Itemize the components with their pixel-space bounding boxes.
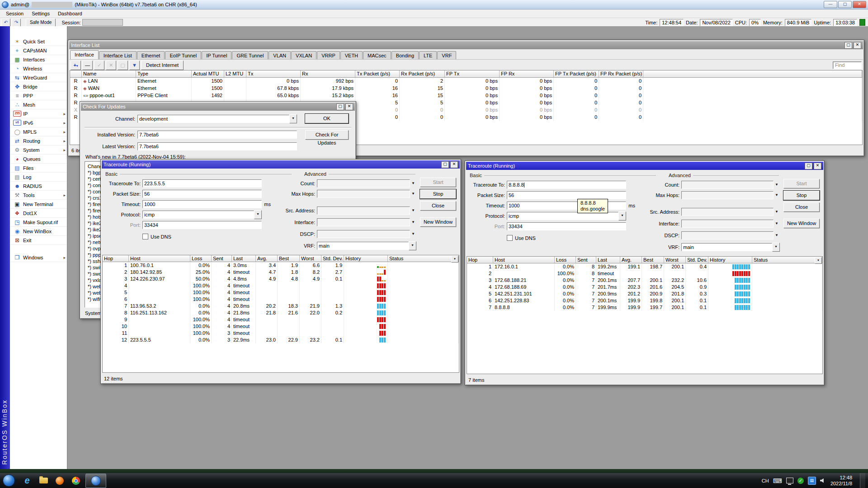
use-dns-checkbox[interactable]: [507, 235, 513, 241]
sidebar-item-capsman[interactable]: ⌖CAPsMAN: [10, 46, 67, 55]
taskbar-winbox-button[interactable]: [85, 474, 106, 488]
channel-select[interactable]: development: [137, 115, 289, 123]
sidebar-item-wireguard[interactable]: ⇆WireGuard: [10, 73, 67, 82]
column-header-fp-rx[interactable]: FP Rx: [500, 70, 554, 78]
sidebar-item-ppp[interactable]: ≡PPP: [10, 91, 67, 100]
traceroute-row[interactable]: 5100.0%4timeout: [103, 289, 459, 296]
traceroute-row[interactable]: 4100.0%4timeout: [103, 282, 459, 289]
traceroute-row[interactable]: 11100.0%3timeout: [103, 330, 459, 337]
traceroute-row[interactable]: 3172.68.188.210.0%7200.1ms207.7200.1232.…: [467, 277, 822, 284]
traceroute-row[interactable]: 1100.76.0.10.0%43.0ms3.41.96.61.9: [103, 262, 459, 269]
timeout-input[interactable]: 1000: [507, 202, 626, 210]
stop-button[interactable]: Stop: [783, 191, 820, 200]
menu-dashboard[interactable]: Dashboard: [54, 10, 86, 17]
dscp-dropdown-icon[interactable]: ▼: [774, 233, 780, 237]
dscp-input[interactable]: [681, 231, 774, 239]
packet-size-input[interactable]: 56: [142, 190, 262, 198]
port-input[interactable]: 33434: [142, 221, 262, 229]
tab-vlan[interactable]: VLAN: [269, 51, 291, 59]
column-header-rx[interactable]: Rx: [301, 70, 355, 78]
disable-button[interactable]: ✕: [106, 61, 116, 70]
sidebar-item-new-terminal[interactable]: ▣New Terminal: [10, 200, 67, 209]
close-button[interactable]: Close: [783, 202, 820, 212]
sidebar-item-mpls[interactable]: ◯MPLS▸: [10, 127, 67, 136]
tab-veth[interactable]: VETH: [340, 51, 363, 59]
ok-button[interactable]: OK: [305, 114, 349, 123]
sidebar-item-quick-set[interactable]: ✶Quick Set: [10, 37, 67, 46]
sidebar-item-radius[interactable]: ☻RADIUS: [10, 182, 67, 191]
column-header-fp-rx-packet-p-s[interactable]: FP Rx Packet (p/s): [599, 70, 643, 78]
close-icon[interactable]: ✕: [854, 42, 861, 49]
column-header-rx-packet-p-s[interactable]: Rx Packet (p/s): [400, 70, 445, 78]
traceroute-row[interactable]: 4172.68.188.690.0%7201.7ms202.3201.6204.…: [467, 284, 822, 291]
column-header-worst[interactable]: Worst: [300, 255, 321, 262]
traceroute-to-input[interactable]: 223.5.5.5: [142, 179, 262, 188]
max-hops-dropdown-icon[interactable]: ▼: [410, 192, 416, 196]
column-header-status[interactable]: Status: [388, 255, 459, 262]
undo-icon[interactable]: ↶: [1, 19, 10, 27]
column-header-loss[interactable]: Loss: [555, 257, 576, 263]
maximize-icon[interactable]: ▢: [844, 42, 852, 49]
use-dns-checkbox[interactable]: [142, 234, 148, 239]
tab-gre-tunnel[interactable]: GRE Tunnel: [232, 51, 268, 59]
taskbar-explorer-icon[interactable]: [35, 473, 52, 488]
check-for-updates-button[interactable]: Check For Updates: [305, 130, 349, 140]
column-header-l2-mtu[interactable]: L2 MTU: [224, 70, 246, 78]
protocol-dropdown-icon[interactable]: ▼: [254, 210, 262, 219]
tab-vxlan[interactable]: VXLAN: [291, 51, 316, 59]
interface-dropdown-icon[interactable]: ▼: [774, 221, 780, 225]
sidebar-item-new-winbox[interactable]: ◉New WinBox: [10, 227, 67, 236]
close-button[interactable]: Close: [420, 201, 456, 211]
count-input[interactable]: [681, 181, 774, 189]
interface-input[interactable]: [681, 220, 774, 228]
column-header-avg[interactable]: Avg.: [620, 257, 642, 263]
traceroute-row[interactable]: 10100.0%4timeout: [103, 323, 459, 330]
tab-vrrp[interactable]: VRRP: [317, 51, 340, 59]
start-button[interactable]: [3, 474, 15, 487]
app-titlebar[interactable]: admin@ (MikroTik) - WinBox (64bit) v7.7b…: [0, 0, 868, 9]
vrf-select[interactable]: main: [681, 243, 772, 251]
safe-mode-button[interactable]: Safe Mode: [26, 19, 56, 27]
count-dropdown-icon[interactable]: ▼: [410, 181, 416, 185]
comment-button[interactable]: ▢: [118, 61, 128, 70]
maximize-icon[interactable]: ▢: [336, 103, 344, 110]
sidebar-item-windows[interactable]: ❐Windows▸: [10, 253, 67, 262]
traceroute-row[interactable]: 2180.142.92.8525.0%4timeout4.71.88.22.7: [103, 269, 459, 276]
column-header-status[interactable]: Status: [752, 257, 822, 263]
sidebar-item-files[interactable]: ▤Files: [10, 164, 67, 173]
vrf-select[interactable]: main: [317, 242, 409, 250]
security-tray-icon[interactable]: ✓: [797, 478, 804, 484]
sidebar-item-mesh[interactable]: ∴Mesh: [10, 100, 67, 109]
tab-lte[interactable]: LTE: [419, 51, 437, 59]
sidebar-item-make-supout-rif[interactable]: ◳Make Supout.rif: [10, 218, 67, 227]
detect-internet-button[interactable]: Detect Internet: [141, 61, 184, 70]
count-input[interactable]: [317, 179, 410, 188]
show-desktop-button[interactable]: [860, 473, 865, 488]
sidebar-item-wireless[interactable]: ◔Wireless: [10, 64, 67, 73]
column-header-actual-mtu[interactable]: Actual MTU: [192, 70, 224, 78]
column-header-worst[interactable]: Worst: [664, 257, 686, 263]
dscp-input[interactable]: [317, 230, 410, 238]
count-dropdown-icon[interactable]: ▼: [774, 183, 780, 187]
column-header-hop[interactable]: Hop: [467, 257, 493, 263]
taskbar-ie-icon[interactable]: e: [19, 473, 35, 488]
header-options-icon[interactable]: ▼: [451, 256, 458, 263]
close-icon[interactable]: ✕: [814, 163, 821, 169]
menu-session[interactable]: Session: [2, 10, 28, 17]
max-hops-input[interactable]: [681, 191, 774, 199]
column-header-last[interactable]: Last: [232, 255, 256, 262]
interface-row[interactable]: R◈WANEthernet150067.8 kbps17.9 kbps16150…: [70, 85, 862, 92]
close-icon[interactable]: ✕: [450, 161, 458, 168]
tab-ethernet[interactable]: Ethernet: [137, 51, 165, 59]
traceroute-window-right[interactable]: Traceroute (Running) ▢ ✕ Basic Advanced …: [465, 160, 825, 385]
traceroute-row[interactable]: 8116.251.113.1620.0%421.8ms21.821.622.00…: [103, 310, 459, 316]
interface-dropdown-icon[interactable]: ▼: [410, 220, 416, 224]
traceroute-row[interactable]: 12223.5.5.50.0%322.9ms23.022.923.20.1: [103, 337, 459, 343]
menu-settings[interactable]: Settings: [28, 10, 54, 17]
column-header-hop[interactable]: Hop: [103, 255, 129, 262]
close-icon[interactable]: ✕: [345, 103, 353, 110]
traceroute-row[interactable]: 6142.251.228.830.0%7200.1ms199.9199.8200…: [467, 297, 822, 304]
column-header-std-dev[interactable]: Std. Dev.: [686, 257, 708, 263]
stop-button[interactable]: Stop: [420, 189, 456, 199]
find-input[interactable]: Find: [833, 61, 862, 69]
